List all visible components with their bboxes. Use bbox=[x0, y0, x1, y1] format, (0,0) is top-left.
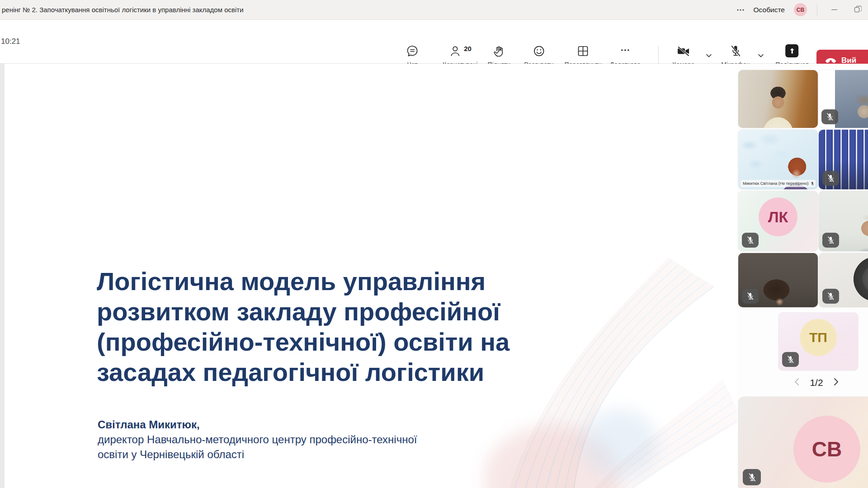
mic-off-icon bbox=[810, 181, 815, 186]
participant-video-tile[interactable] bbox=[819, 191, 868, 251]
participants-icon bbox=[449, 44, 462, 60]
mic-off-icon bbox=[826, 291, 835, 301]
muted-mic-badge bbox=[782, 352, 799, 367]
self-initials: СВ bbox=[793, 416, 860, 483]
participant-initials: ЛК bbox=[759, 197, 797, 236]
window-title: ренінг № 2. Започаткування освітньої лог… bbox=[2, 0, 244, 19]
participant-avatar-tile[interactable] bbox=[819, 253, 868, 307]
participant-initials: ТП bbox=[800, 319, 837, 356]
slide-author-block: Світлана Микитюк, директор Навчально-мет… bbox=[98, 417, 417, 462]
mic-off-icon bbox=[825, 112, 835, 122]
muted-mic-badge bbox=[742, 289, 759, 304]
share-screen-icon bbox=[786, 44, 799, 58]
restore-icon bbox=[854, 7, 859, 12]
more-options-icon[interactable] bbox=[736, 6, 745, 14]
decorative-wave-graphic bbox=[470, 244, 737, 488]
muted-mic-badge bbox=[822, 171, 839, 186]
participant-video bbox=[835, 70, 868, 128]
author-name: Світлана Микитюк, bbox=[98, 418, 200, 431]
raise-hand-icon bbox=[492, 44, 506, 58]
participant-name-label: Микитюк Світлана (Не перевірено) bbox=[741, 180, 816, 187]
meeting-toolbar: 10:21 Чат 20 Користувачі Підняти bbox=[0, 20, 868, 64]
meeting-timer: 10:21 bbox=[1, 20, 20, 63]
self-view-tile[interactable]: СВ bbox=[738, 397, 868, 488]
more-dots-icon bbox=[618, 44, 632, 58]
participant-video-tile[interactable] bbox=[819, 130, 868, 189]
muted-mic-badge bbox=[822, 233, 839, 248]
page-prev-button[interactable] bbox=[794, 378, 800, 388]
window-titlebar: ренінг № 2. Започаткування освітньої лог… bbox=[0, 0, 868, 20]
participant-video-tile[interactable] bbox=[819, 70, 868, 128]
participant-video-tile[interactable] bbox=[738, 253, 818, 307]
participant-avatar-tile[interactable]: ТП bbox=[778, 313, 858, 371]
mic-off-icon bbox=[745, 235, 755, 245]
left-gutter bbox=[0, 64, 5, 488]
mic-off-icon bbox=[826, 174, 835, 183]
view-grid-icon bbox=[576, 44, 590, 58]
mic-off-icon bbox=[747, 472, 757, 483]
participants-count: 20 bbox=[464, 45, 472, 52]
page-indicator: 1/2 bbox=[810, 377, 823, 388]
muted-mic-badge bbox=[742, 233, 759, 248]
author-role-line2: освіти у Чернівецькій області bbox=[98, 447, 417, 462]
muted-mic-badge bbox=[821, 109, 838, 124]
participants-sidebar: Микитюк Світлана (Не перевірено) ЛК bbox=[737, 64, 868, 488]
minimize-icon bbox=[831, 9, 837, 10]
slide-title: Логістична модель управління розвитком з… bbox=[97, 266, 509, 387]
participant-video bbox=[738, 70, 818, 128]
chat-icon bbox=[406, 44, 419, 58]
mic-off-icon bbox=[745, 291, 755, 301]
mic-off-icon bbox=[786, 355, 795, 364]
participants-pagination: 1/2 bbox=[777, 377, 856, 388]
user-avatar[interactable]: СВ bbox=[794, 3, 807, 16]
profile-menu[interactable]: Особисте bbox=[754, 6, 785, 14]
page-next-button[interactable] bbox=[833, 378, 839, 388]
shared-presentation-slide: Логістична модель управління розвитком з… bbox=[5, 64, 737, 488]
minimize-button[interactable] bbox=[827, 3, 841, 17]
muted-mic-badge bbox=[743, 469, 761, 485]
mic-off-icon bbox=[826, 235, 835, 245]
camera-off-icon bbox=[677, 44, 690, 58]
titlebar-controls: Особисте СВ bbox=[736, 0, 863, 19]
muted-mic-badge bbox=[822, 289, 839, 304]
participant-video-tile[interactable]: Микитюк Світлана (Не перевірено) bbox=[738, 130, 818, 189]
react-smiley-icon bbox=[532, 44, 546, 58]
titlebar-divider bbox=[817, 4, 817, 16]
microphone-options-chevron[interactable] bbox=[758, 52, 764, 60]
microphone-off-icon bbox=[729, 44, 742, 58]
camera-options-chevron[interactable] bbox=[706, 52, 712, 60]
participant-avatar-tile[interactable]: ЛК bbox=[738, 191, 818, 251]
restore-button[interactable] bbox=[850, 3, 863, 17]
teams-meeting-window: ренінг № 2. Започаткування освітньої лог… bbox=[0, 0, 868, 488]
participant-video-tile[interactable] bbox=[738, 70, 818, 128]
author-role-line1: директор Навчально-методичного центру пр… bbox=[98, 432, 417, 447]
